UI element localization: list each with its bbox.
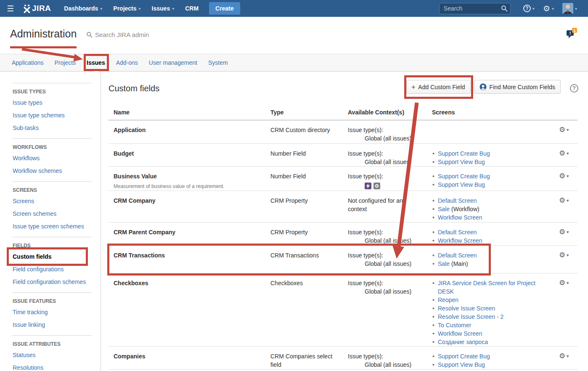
sidebar-section-issue-types: ISSUE TYPES Issue types Issue type schem…: [13, 83, 91, 138]
nav-dashboards[interactable]: Dashboards▾: [58, 5, 108, 12]
row-actions-menu[interactable]: ⚙︎▾: [559, 228, 569, 236]
row-actions-menu[interactable]: ⚙︎▾: [559, 126, 569, 133]
admin-settings-menu[interactable]: ⚙︎ ▾: [543, 5, 554, 13]
plus-icon: +: [412, 83, 416, 90]
sidebar-item-field-configurations[interactable]: Field configurations: [13, 263, 91, 276]
sidebar-item-workflow-schemes[interactable]: Workflow schemes: [13, 164, 91, 177]
row-actions-menu[interactable]: ⚙︎▾: [559, 150, 569, 157]
table-row: Business Value Measurement of business v…: [109, 167, 577, 191]
sidebar-section-fields: FIELDS Custom fields Field configuration…: [13, 237, 91, 292]
admin-search-input[interactable]: [95, 31, 188, 38]
nav-issues[interactable]: Issues▾: [146, 5, 180, 12]
context-label: Issue type(s):: [348, 352, 425, 360]
context-label: Issue type(s):: [348, 251, 425, 260]
table-row: CRM Company CRM Property Not configured …: [109, 191, 577, 223]
screen-link[interactable]: Resolve Issue Screen: [438, 305, 495, 312]
sidebar-item-field-configuration-schemes[interactable]: Field configuration schemes: [13, 276, 91, 288]
sidebar-item-workflows[interactable]: Workflows: [13, 152, 91, 164]
tab-add-ons[interactable]: Add-ons: [116, 59, 138, 66]
admin-search: [86, 31, 188, 38]
jira-logo-text: JIRA: [32, 4, 51, 13]
screen-link[interactable]: Support Create Bug: [438, 150, 490, 157]
sidebar-section-title: ISSUE FEATURES: [13, 297, 91, 306]
screen-link-item: Default Screen: [432, 196, 541, 205]
field-name: Companies: [114, 353, 145, 360]
sidebar-item-issue-type-schemes[interactable]: Issue type schemes: [13, 109, 91, 122]
screen-link[interactable]: Default Screen: [438, 197, 477, 204]
row-actions-menu[interactable]: ⚙︎▾: [559, 197, 569, 204]
sidebar-item-issue-linking[interactable]: Issue linking: [13, 318, 91, 331]
screen-link-item: Sale(Main): [432, 260, 541, 268]
sidebar-item-statuses[interactable]: Statuses: [13, 349, 91, 361]
screen-link[interactable]: Workflow Screen: [438, 330, 482, 337]
tab-projects[interactable]: Projects: [55, 59, 76, 66]
gear-icon: ⚙︎: [559, 126, 565, 133]
sidebar-item-issue-type-screen-schemes[interactable]: Issue type screen schemes: [13, 220, 91, 233]
context-label: Issue type(s):: [348, 228, 425, 236]
tab-system[interactable]: System: [208, 59, 228, 66]
screen-link[interactable]: Sale: [438, 260, 450, 267]
context-value: Global (all issues): [348, 158, 425, 166]
help-menu[interactable]: ? ▾: [523, 5, 535, 12]
screen-link[interactable]: Создание запроса: [438, 339, 488, 345]
screen-link[interactable]: Support View Bug: [438, 159, 485, 165]
row-actions-menu[interactable]: ⚙︎▾: [559, 279, 569, 286]
row-actions-menu[interactable]: ⚙︎▾: [559, 172, 569, 180]
create-button[interactable]: Create: [209, 2, 240, 15]
feedback-notification-icon[interactable]: ! 1: [565, 28, 577, 40]
sidebar-item-time-tracking[interactable]: Time tracking: [13, 306, 91, 318]
gear-icon: ⚙︎: [559, 228, 565, 236]
nav-crm[interactable]: CRM: [180, 5, 204, 12]
screen-link[interactable]: Resolve Issue Screen - 2: [438, 313, 503, 320]
screen-link[interactable]: Support View Bug: [438, 181, 485, 188]
global-search-input[interactable]: [439, 3, 511, 14]
screen-link-item: Support View Bug: [432, 360, 541, 369]
sidebar-item-resolutions[interactable]: Resolutions: [13, 361, 91, 371]
sidebar-item-screens[interactable]: Screens: [13, 195, 91, 207]
sidebar-item-screen-schemes[interactable]: Screen schemes: [13, 207, 91, 220]
screen-link[interactable]: Default Screen: [438, 252, 477, 259]
screen-link-item: Resolve Issue Screen - 2: [432, 313, 541, 321]
context-label: Issue type(s):: [348, 279, 425, 287]
screen-link[interactable]: Workflow Screen: [438, 237, 482, 244]
help-icon[interactable]: ?: [570, 84, 578, 93]
screen-link[interactable]: Reopen: [438, 297, 458, 303]
screen-link[interactable]: Sale: [438, 206, 450, 212]
screen-link[interactable]: Default Screen: [438, 229, 477, 236]
tab-applications[interactable]: Applications: [12, 59, 44, 66]
field-name: Budget: [114, 150, 134, 157]
user-profile-menu[interactable]: ▾: [562, 3, 577, 14]
screen-link[interactable]: Support View Bug: [438, 361, 485, 368]
sidebar-section-workflows: WORKFLOWS Workflows Workflow schemes: [13, 138, 91, 181]
row-actions-menu[interactable]: ⚙︎▾: [559, 252, 569, 259]
screen-link[interactable]: JIRA Service Desk Screen for Project DES…: [438, 280, 535, 295]
screen-link[interactable]: Workflow Screen: [438, 214, 482, 221]
screen-link[interactable]: Support Create Bug: [438, 173, 490, 180]
custom-fields-table: Name Type Available Context(s) Screens A…: [109, 106, 577, 371]
screen-link-item: Support View Bug: [432, 158, 541, 166]
jira-logo[interactable]: JIRA: [23, 4, 51, 13]
main-content: Custom fields + Add Custom Field Find Mo…: [101, 72, 588, 371]
add-custom-field-button[interactable]: + Add Custom Field: [406, 80, 471, 94]
ring-issue-type-icon: [373, 183, 380, 189]
field-type: Number Field: [270, 172, 348, 191]
screen-link[interactable]: Support Create Bug: [438, 353, 490, 360]
screen-link[interactable]: To Customer: [438, 322, 471, 329]
app-switcher-icon[interactable]: ☰: [7, 4, 14, 13]
global-search: [439, 3, 511, 14]
field-type: Number Field: [270, 149, 348, 166]
tab-issues[interactable]: Issues: [87, 59, 105, 66]
screen-link-item: Resolve Issue Screen: [432, 304, 541, 313]
sidebar-item-issue-types[interactable]: Issue types: [13, 96, 91, 109]
row-actions-menu[interactable]: ⚙︎▾: [559, 352, 569, 360]
context-label: Not configured for any context: [348, 196, 425, 213]
nav-projects[interactable]: Projects▾: [108, 5, 146, 12]
screen-link-item: JIRA Service Desk Screen for Project DES…: [432, 279, 541, 296]
search-icon: [86, 32, 93, 38]
tab-user-management[interactable]: User management: [149, 59, 197, 66]
sidebar-item-sub-tasks[interactable]: Sub-tasks: [13, 122, 91, 134]
column-header-context: Available Context(s): [348, 109, 432, 116]
find-more-custom-fields-button[interactable]: Find More Custom Fields: [474, 80, 561, 94]
sidebar-item-custom-fields[interactable]: Custom fields: [13, 250, 91, 263]
chevron-down-icon: ▾: [567, 354, 569, 358]
